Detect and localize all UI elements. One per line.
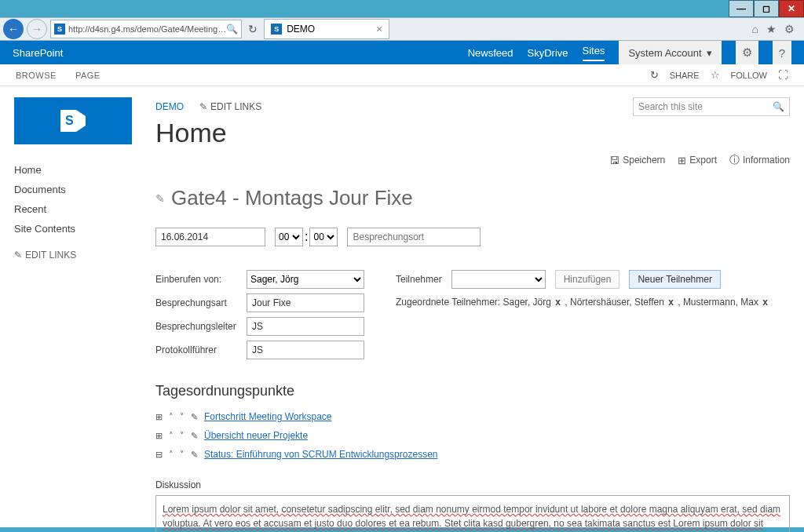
discussion-text: Lorem ipsum dolor sit amet, consetetur s…	[163, 504, 780, 532]
expand-icon[interactable]: ⊞	[155, 412, 163, 422]
info-icon: ⓘ	[729, 153, 740, 167]
ribbon-tab-page[interactable]: PAGE	[75, 71, 100, 80]
meeting-minute-select[interactable]: 00	[309, 228, 338, 246]
home-icon[interactable]: ⌂	[752, 23, 758, 35]
window-minimize-button[interactable]: —	[729, 0, 754, 17]
ribbon: BROWSE PAGE ↻ SHARE ☆ FOLLOW ⛶	[0, 64, 804, 86]
label-einberufen: Einberufen von:	[155, 274, 242, 285]
favicon-icon: S	[271, 24, 282, 35]
tab-close-icon[interactable]: ×	[376, 23, 382, 35]
browser-toolbar: ← → S http://d4sn.g4.ms/demo/Gate4/Meeti…	[0, 17, 804, 41]
settings-gear-icon[interactable]: ⚙	[736, 41, 758, 64]
leiter-input[interactable]	[247, 317, 364, 336]
move-down-icon[interactable]: ˅	[180, 450, 185, 460]
favicon-icon: S	[54, 24, 65, 35]
remove-icon[interactable]: x	[762, 297, 768, 308]
move-up-icon[interactable]: ˄	[169, 450, 174, 460]
leftnav-recent[interactable]: Recent	[14, 199, 140, 219]
agenda-link[interactable]: Fortschritt Meeting Workspace	[204, 411, 332, 422]
new-participant-button[interactable]: Neuer Teilnehmer	[629, 270, 721, 289]
star-icon: ☆	[711, 69, 720, 81]
tools-icon[interactable]: ⚙	[784, 23, 795, 35]
site-search-input[interactable]: Search this site 🔍	[633, 97, 790, 116]
move-down-icon[interactable]: ˅	[180, 431, 185, 441]
page-title: Home	[155, 118, 790, 148]
meeting-date-input[interactable]	[155, 228, 265, 246]
nav-sites[interactable]: Sites	[583, 45, 605, 61]
nav-newsfeed[interactable]: Newsfeed	[468, 47, 513, 59]
meeting-title-row: ✎ Gate4 - Montags Jour Fixe	[155, 186, 790, 210]
sync-icon[interactable]: ↻	[650, 69, 659, 81]
browser-tab[interactable]: S DEMO ×	[264, 19, 389, 39]
browser-forward-button[interactable]: →	[27, 19, 47, 39]
favorites-icon[interactable]: ★	[766, 23, 777, 35]
browser-url-text: http://d4sn.g4.ms/demo/Gate4/Meeting…	[68, 24, 226, 34]
protokoll-input[interactable]	[247, 341, 364, 359]
sharepoint-brand: SharePoint	[13, 47, 63, 59]
window-close-button[interactable]: ✕	[779, 0, 804, 17]
site-logo[interactable]: S	[14, 97, 132, 144]
remove-icon[interactable]: x	[668, 297, 674, 308]
pencil-icon: ✎	[14, 250, 22, 261]
export-icon: ⊞	[678, 155, 686, 166]
teilnehmer-select[interactable]	[451, 270, 546, 289]
meeting-title: Gate4 - Montags Jour Fixe	[171, 186, 413, 210]
ribbon-tab-browse[interactable]: BROWSE	[16, 71, 57, 80]
window-maximize-button[interactable]: ◻	[754, 0, 779, 17]
ribbon-share[interactable]: SHARE	[670, 71, 700, 80]
breadcrumb-edit-links[interactable]: ✎ EDIT LINKS	[199, 101, 261, 112]
leftnav-site-contents[interactable]: Site Contents	[14, 219, 140, 239]
browser-back-button[interactable]: ←	[3, 19, 24, 39]
agenda-item: ⊟ ˄ ˅ ✎ Status: Einführung von SCRUM Ent…	[155, 445, 790, 464]
pencil-icon[interactable]: ✎	[191, 412, 198, 422]
browser-address-bar[interactable]: S http://d4sn.g4.ms/demo/Gate4/Meeting… …	[50, 20, 242, 38]
leftnav-home[interactable]: Home	[14, 160, 140, 180]
pencil-icon[interactable]: ✎	[155, 192, 165, 205]
collapse-icon[interactable]: ⊟	[155, 450, 163, 460]
action-save[interactable]: 🖫Speichern	[609, 155, 665, 166]
meeting-location-input[interactable]	[347, 228, 481, 246]
search-icon: 🔍	[226, 24, 238, 35]
save-icon: 🖫	[609, 155, 619, 166]
agenda-link[interactable]: Status: Einführung von SCRUM Entwicklung…	[204, 449, 437, 460]
window-titlebar: — ◻ ✕	[0, 0, 804, 17]
pencil-icon: ✎	[199, 101, 207, 112]
einberufen-select[interactable]: Sager, Jörg	[247, 270, 364, 289]
participant-chip: Mustermann, Max x	[683, 297, 769, 308]
discussion-textarea[interactable]: Lorem ipsum dolor sit amet, consetetur s…	[155, 495, 790, 532]
browser-refresh-button[interactable]: ↻	[245, 21, 261, 37]
label-protokoll: Protokollführer	[155, 344, 242, 355]
pencil-icon[interactable]: ✎	[191, 450, 198, 460]
help-icon[interactable]: ?	[773, 41, 791, 64]
ribbon-follow[interactable]: FOLLOW	[731, 71, 767, 80]
move-down-icon[interactable]: ˅	[180, 412, 185, 422]
pencil-icon[interactable]: ✎	[191, 431, 198, 441]
participant-chip: Sager, Jörg x ,	[503, 297, 568, 308]
agenda-link[interactable]: Übersicht neuer Projekte	[204, 430, 308, 441]
participant-chip: Nörtershäuser, Steffen x ,	[570, 297, 681, 308]
move-up-icon[interactable]: ˄	[169, 412, 174, 422]
action-export[interactable]: ⊞Export	[678, 155, 717, 166]
svg-marker-1	[76, 110, 86, 132]
add-participant-button[interactable]: Hinzufügen	[555, 270, 620, 289]
move-up-icon[interactable]: ˄	[169, 431, 174, 441]
meeting-hour-select[interactable]: 00	[275, 228, 303, 246]
focus-icon[interactable]: ⛶	[778, 69, 788, 81]
nav-skydrive[interactable]: SkyDrive	[528, 47, 568, 59]
breadcrumb-demo[interactable]: DEMO	[155, 101, 184, 112]
art-input[interactable]	[247, 293, 364, 312]
account-name: System Account	[628, 47, 701, 59]
browser-tab-title: DEMO	[287, 24, 315, 35]
remove-icon[interactable]: x	[555, 297, 561, 308]
svg-text:S: S	[65, 114, 74, 127]
expand-icon[interactable]: ⊞	[155, 431, 163, 441]
action-info[interactable]: ⓘInformation	[729, 153, 790, 167]
agenda-heading: Tagesordnungspunkte	[155, 383, 790, 399]
assigned-participants: Zugeordnete Teilnehmer: Sager, Jörg x , …	[396, 297, 769, 308]
search-icon[interactable]: 🔍	[773, 101, 784, 112]
label-art: Besprechungsart	[155, 297, 242, 308]
account-menu[interactable]: System Account ▾	[619, 41, 721, 64]
leftnav-documents[interactable]: Documents	[14, 180, 140, 199]
leftnav-edit-links[interactable]: ✎ EDIT LINKS	[14, 250, 140, 261]
agenda-item: ⊞ ˄ ˅ ✎ Übersicht neuer Projekte	[155, 426, 790, 445]
